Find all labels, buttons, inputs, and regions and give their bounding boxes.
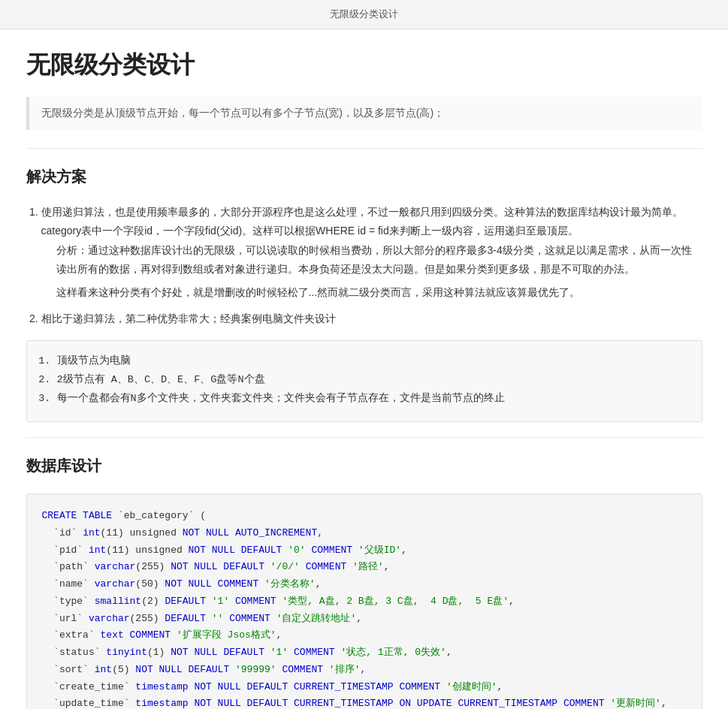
list-item-2: 相比于递归算法，第二种优势非常大；经典案例电脑文件夹设计 — [41, 309, 702, 328]
page-title: 无限级分类设计 — [26, 44, 702, 85]
intro-text: 无限级分类是从顶级节点开始，每一个节点可以有多个子节点(宽)，以及多层节点(高)… — [41, 107, 445, 119]
example-item-1: 顶级节点为电脑 — [57, 353, 687, 370]
section1-title: 解决方案 — [26, 164, 702, 192]
sql-code-block: CREATE TABLE `eb_category` ( `id` int(11… — [26, 493, 702, 709]
tab-title: 无限级分类设计 — [330, 8, 398, 20]
divider-1 — [26, 148, 702, 149]
example-list: 顶级节点为电脑 2级节点有 A、B、C、D、E、F、G盘等N个盘 每一个盘都会有… — [42, 353, 687, 408]
intro-block: 无限级分类是从顶级节点开始，每一个节点可以有多个子节点(宽)，以及多层节点(高)… — [26, 97, 702, 130]
list-item-1-main: 使用递归算法，也是使用频率最多的，大部分开源程序也是这么处理，不过一般都只用到四… — [41, 206, 683, 237]
example-code-block: 顶级节点为电脑 2级节点有 A、B、C、D、E、F、G盘等N个盘 每一个盘都会有… — [26, 340, 702, 422]
divider-2 — [26, 437, 702, 438]
page-container: 无限级分类设计 无限级分类是从顶级节点开始，每一个节点可以有多个子节点(宽)，以… — [4, 29, 725, 709]
example-item-3: 每一个盘都会有N多个文件夹，文件夹套文件夹；文件夹会有子节点存在，文件是当前节点… — [57, 391, 687, 408]
list-item-1: 使用递归算法，也是使用频率最多的，大部分开源程序也是这么处理，不过一般都只用到四… — [41, 203, 702, 302]
solution-list: 使用递归算法，也是使用频率最多的，大部分开源程序也是这么处理，不过一般都只用到四… — [26, 203, 702, 328]
section2-title: 数据库设计 — [26, 453, 702, 481]
list-item-2-main: 相比于递归算法，第二种优势非常大；经典案例电脑文件夹设计 — [41, 312, 336, 324]
example-item-2: 2级节点有 A、B、C、D、E、F、G盘等N个盘 — [57, 372, 687, 389]
list-item-1-sub1: 分析：通过这种数据库设计出的无限级，可以说读取的时候相当费劲，所以大部分的程序最… — [56, 241, 702, 279]
list-item-1-sub2: 这样看来这种分类有个好处，就是增删改的时候轻松了...然而就二级分类而言，采用这… — [56, 283, 702, 302]
browser-tab: 无限级分类设计 — [0, 0, 728, 29]
